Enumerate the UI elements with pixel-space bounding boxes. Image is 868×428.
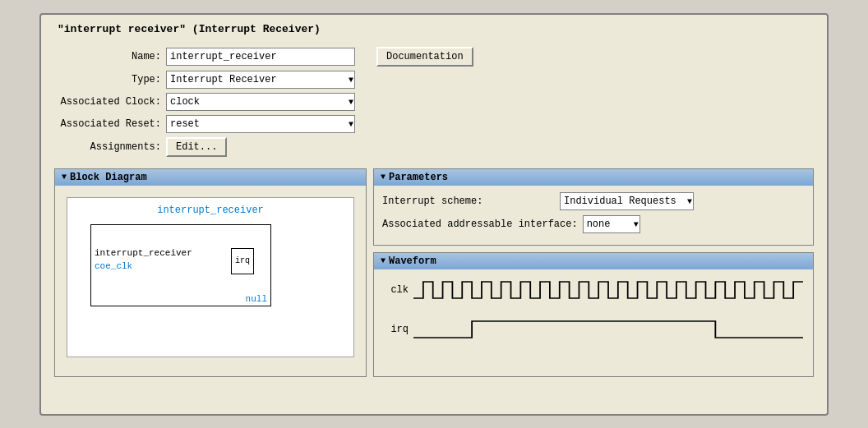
irq-waveform xyxy=(413,317,803,342)
assignments-row: Assignments: Edit... xyxy=(54,137,814,157)
type-label: Type: xyxy=(54,74,161,85)
documentation-button[interactable]: Documentation xyxy=(376,47,473,67)
assignments-label: Assignments: xyxy=(54,141,161,153)
parameters-header: ▼ Parameters xyxy=(374,169,813,186)
name-row: Name: Documentation xyxy=(54,47,814,67)
clock-select[interactable]: clock xyxy=(166,93,355,111)
window-title: "interrupt receiver" (Interrupt Receiver… xyxy=(54,23,814,35)
interrupt-scheme-label: Interrupt scheme: xyxy=(382,196,555,207)
waveform-content: clk irq xyxy=(374,269,813,376)
block-diagram-content: interrupt_receiver interrupt_receiver co… xyxy=(67,197,354,357)
main-window: "interrupt receiver" (Interrupt Receiver… xyxy=(39,13,829,416)
waveform-panel: ▼ Waveform clk irq xyxy=(373,252,814,377)
irq-waveform-row: irq xyxy=(384,317,803,342)
block-coe: coe_clk xyxy=(95,261,132,271)
reset-select-wrapper: reset ▼ xyxy=(166,115,355,133)
form-area: Name: Documentation Type: Interrupt Rece… xyxy=(54,47,814,157)
reset-row: Associated Reset: reset ▼ xyxy=(54,115,814,133)
block-diagram-header: ▼ Block Diagram xyxy=(55,169,366,186)
block-diagram-panel: ▼ Block Diagram interrupt_receiver inter… xyxy=(54,168,367,377)
clock-row: Associated Clock: clock ▼ xyxy=(54,93,814,111)
params-content: Interrupt scheme: Individual Requests ▼ … xyxy=(374,186,813,245)
block-name: interrupt_receiver xyxy=(74,205,347,216)
waveform-header: ▼ Waveform xyxy=(374,253,813,269)
type-select[interactable]: Interrupt Receiver xyxy=(166,71,355,89)
waveform-arrow: ▼ xyxy=(381,256,386,265)
addressable-row: Associated addressable interface: none ▼ xyxy=(382,215,805,233)
type-row: Type: Interrupt Receiver ▼ xyxy=(54,71,814,89)
edit-button[interactable]: Edit... xyxy=(166,137,227,157)
clock-label: Associated Clock: xyxy=(54,96,161,108)
clock-select-wrapper: clock ▼ xyxy=(166,93,355,111)
block-label: interrupt_receiver xyxy=(95,248,192,258)
parameters-panel: ▼ Parameters Interrupt scheme: Individua… xyxy=(373,168,814,246)
clk-waveform-row: clk xyxy=(384,278,803,302)
block-box-outer: interrupt_receiver coe_clk irq null xyxy=(90,224,271,306)
reset-select[interactable]: reset xyxy=(166,115,355,133)
reset-label: Associated Reset: xyxy=(54,118,161,130)
name-label: Name: xyxy=(54,51,161,62)
interrupt-scheme-row: Interrupt scheme: Individual Requests ▼ xyxy=(382,192,805,210)
right-panel: ▼ Parameters Interrupt scheme: Individua… xyxy=(373,168,814,377)
clk-waveform xyxy=(413,278,803,302)
addressable-select-wrapper: none ▼ xyxy=(583,215,640,233)
name-input[interactable] xyxy=(166,48,355,66)
parameters-arrow: ▼ xyxy=(381,173,386,182)
interrupt-scheme-select-wrapper: Individual Requests ▼ xyxy=(560,192,694,210)
waveform-title: Waveform xyxy=(389,255,436,267)
block-diagram-title: Block Diagram xyxy=(70,172,147,183)
block-null: null xyxy=(246,294,267,304)
irq-label: irq xyxy=(384,324,409,335)
block-diagram-content-wrapper: interrupt_receiver interrupt_receiver co… xyxy=(55,186,366,369)
bottom-panels: ▼ Block Diagram interrupt_receiver inter… xyxy=(54,168,814,377)
clk-label: clk xyxy=(384,284,409,296)
block-inner: interrupt_receiver coe_clk irq null xyxy=(74,224,347,306)
block-irq-label: irq xyxy=(235,256,250,265)
interrupt-scheme-select[interactable]: Individual Requests xyxy=(560,192,694,210)
addressable-select[interactable]: none xyxy=(583,215,640,233)
parameters-title: Parameters xyxy=(389,172,448,183)
type-select-wrapper: Interrupt Receiver ▼ xyxy=(166,71,355,89)
addressable-label: Associated addressable interface: xyxy=(382,219,578,230)
block-diagram-arrow: ▼ xyxy=(62,173,67,182)
block-irq-box: irq xyxy=(231,248,254,274)
